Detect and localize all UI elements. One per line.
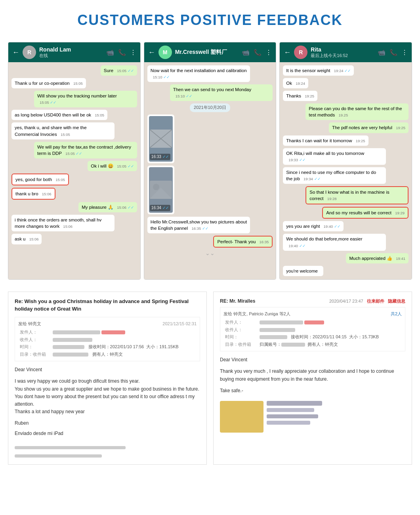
- phone-icon[interactable]: 📞: [118, 49, 126, 56]
- msg-time: 15:05: [95, 113, 104, 117]
- email-sender-label: 发件人：: [18, 328, 51, 336]
- email-panel-2: RE: Mr. Miralles 2020/04/17 23:47 往来邮件 隐…: [213, 292, 412, 465]
- size-value: 191.15KB: [159, 344, 178, 349]
- email2-time-label: 时间：: [223, 333, 258, 341]
- msg-row: 16:33 ✓✓: [147, 114, 273, 163]
- msg-sent: We will pay for the tax,as the contract …: [34, 142, 137, 158]
- size-label: 大小：: [146, 344, 159, 349]
- back-arrow-icon-2[interactable]: ←: [148, 48, 155, 57]
- email-subject-1: Re: Wish you a good Christmas holiday in…: [15, 298, 200, 313]
- msg-sent: Much appreciated 👍 19:41: [346, 253, 409, 263]
- msg-highlighted: So that I know what is in the machine is…: [305, 186, 409, 204]
- email2-from-label: 发给: [223, 311, 233, 316]
- msg-time: 15:10 ✓✓: [176, 94, 192, 98]
- msg-sent: The pdf notes are very helpful 19:25: [329, 122, 409, 133]
- msg-row: We should do that before,more easier 19:…: [283, 234, 409, 250]
- email2-sender-label: 发件人：: [223, 319, 258, 326]
- email-receiver-label: 收件人：: [18, 336, 51, 343]
- msg-row: yes, thank u, and share with me the Comm…: [11, 122, 137, 139]
- email-account-value: 拥有人：钟亮文: [51, 351, 197, 358]
- chat-panel-2: ← M Mr.Cresswell 塑料厂 📹 📞 ⋮ Now wait for …: [144, 42, 277, 280]
- msg-time: 19:28: [327, 196, 337, 201]
- email-section: Re: Wish you a good Christmas holiday in…: [8, 292, 412, 465]
- msg-time: 15:05 ✓✓: [117, 164, 134, 168]
- msg-row: thank u bro 15:06: [11, 188, 137, 200]
- phone-icon-3[interactable]: 📞: [389, 49, 397, 56]
- msg-sent: Please can you do the same for the rest …: [305, 103, 409, 120]
- video-icon-3[interactable]: 📹: [378, 49, 386, 56]
- msg-row: Thanks I can wait for it tomorrow 19:25: [283, 135, 409, 146]
- back-arrow-icon[interactable]: ←: [12, 48, 19, 57]
- email-subject-2: RE: Mr. Miralles: [220, 298, 255, 305]
- scroll-indicator: ⌄⌄: [147, 250, 273, 256]
- chat-header-2: ← M Mr.Cresswell 塑料厂 📹 📞 ⋮: [144, 42, 276, 62]
- email-greeting-1: Dear Vincent: [15, 366, 200, 374]
- msg-row: Now wait for the next installation and c…: [147, 65, 273, 82]
- tick-icon: ✓✓: [314, 177, 321, 181]
- video-icon[interactable]: 📹: [106, 49, 114, 56]
- chat-body-1: Sure 15:05 ✓✓ Thank u for ur co-operatio…: [8, 62, 140, 279]
- msg-time: 19.25: [338, 113, 348, 117]
- msg-time: 19:40 ✓✓: [288, 244, 305, 248]
- contact-name-2: Mr.Cresswell 塑料厂: [175, 49, 239, 56]
- msg-row: as long below USD400 then will be ok 15:…: [11, 110, 137, 120]
- email-receiver-value: [51, 336, 197, 343]
- email2-count: 共2人: [391, 311, 402, 317]
- tick-icon: ✓✓: [76, 151, 82, 156]
- msg-time: 15:06 ✓✓: [117, 205, 134, 210]
- msg-row: yes, good for both 15:05: [11, 174, 137, 185]
- chat-icons-2: 📹 📞 ⋮: [242, 49, 272, 56]
- contact-name-3: Rita: [311, 46, 374, 53]
- receive-time-label: 接收时间：: [88, 344, 110, 349]
- msg-sent: Sure 15:05 ✓✓: [101, 65, 137, 76]
- menu-icon[interactable]: ⋮: [130, 49, 136, 56]
- contact-status-3: 最后上线今天16:52: [311, 53, 374, 59]
- msg-sent: Will show you the tracking number later …: [34, 91, 137, 107]
- msg-sent: Then we can send to you next Monday 15:1…: [170, 84, 273, 101]
- msg-received: Ok 19:24: [283, 78, 308, 88]
- msg-received: We should do that before,more easier 19:…: [283, 234, 386, 250]
- msg-row: Will show you the tracking number later …: [11, 91, 137, 107]
- video-icon-2[interactable]: 📹: [242, 49, 250, 56]
- back-arrow-icon-3[interactable]: ←: [284, 48, 291, 57]
- msg-time: 16:35: [260, 240, 269, 244]
- msg-row: OK Rita,i will make all to you tomorrow …: [283, 148, 409, 165]
- msg-received: It is the sensor weight 19:24 ✓✓: [283, 65, 354, 76]
- email2-receiver-value: [258, 326, 402, 334]
- chat-header-3: ← R Rita 最后上线今天16:52 📹 📞 ⋮: [280, 42, 412, 62]
- email2-time-value: 接收时间：2022/01/11 04:15 大小：15.73KB: [258, 333, 402, 341]
- msg-time: 19:24: [296, 81, 305, 86]
- email-text-1: I was very happy we could go trough difi…: [15, 378, 200, 416]
- page-title: CUSTOMERS POSITIVE FEEDBACK: [8, 8, 412, 32]
- chat-header-1: ← R Ronald Lam 在线 📹 📞 ⋮: [8, 42, 140, 62]
- msg-received: yes, thank u, and share with me the Comm…: [11, 122, 115, 139]
- email2-account-value: 归属账号： 拥有人：钟亮文: [258, 341, 402, 348]
- email-meta-table-2: 发件人： 收件人： 时间： 接收时间：2022/01/11 04:15 大小：1…: [223, 319, 402, 348]
- email-folder-label: 目录：收件箱: [18, 351, 51, 358]
- msg-received: Thank u for ur co-operation 15:05: [11, 78, 86, 88]
- tick-icon: ✓✓: [344, 69, 351, 73]
- msg-row: The pdf notes are very helpful 19:25: [283, 122, 409, 133]
- menu-icon-3[interactable]: ⋮: [401, 49, 408, 56]
- avatar-2: M: [158, 46, 172, 59]
- tick-icon: ✓✓: [128, 205, 134, 210]
- date-divider: 2021年10月20日: [190, 103, 230, 112]
- msg-row: 16:34 ✓✓: [147, 166, 273, 214]
- email-body-1: Dear Vincent I was very happy we could g…: [15, 366, 200, 459]
- phone-icon-2[interactable]: 📞: [254, 49, 262, 56]
- msg-row: And so my results will be correct 19:29: [283, 207, 409, 219]
- email2-sender-value: [258, 319, 402, 326]
- menu-icon-2[interactable]: ⋮: [265, 49, 272, 56]
- msg-image: 16:34 ✓✓: [147, 166, 174, 214]
- tick-icon: ✓✓: [299, 158, 305, 162]
- msg-time: 19:41: [396, 256, 405, 261]
- email-panel-1: Re: Wish you a good Christmas holiday in…: [8, 292, 207, 465]
- email-postscript-1: Enviado desde mi iPad: [15, 430, 200, 437]
- msg-row: Ok 19:24: [283, 78, 409, 88]
- msg-row: Perfect- Thank you 16:35: [147, 236, 273, 248]
- tick-icon: ✓✓: [162, 154, 169, 159]
- msg-row: Thank u for ur co-operation 15:05: [11, 78, 137, 88]
- msg-time: 19:25: [396, 126, 405, 130]
- msg-time: 15:06: [29, 237, 39, 241]
- msg-highlighted: yes, good for both 15:05: [11, 174, 69, 185]
